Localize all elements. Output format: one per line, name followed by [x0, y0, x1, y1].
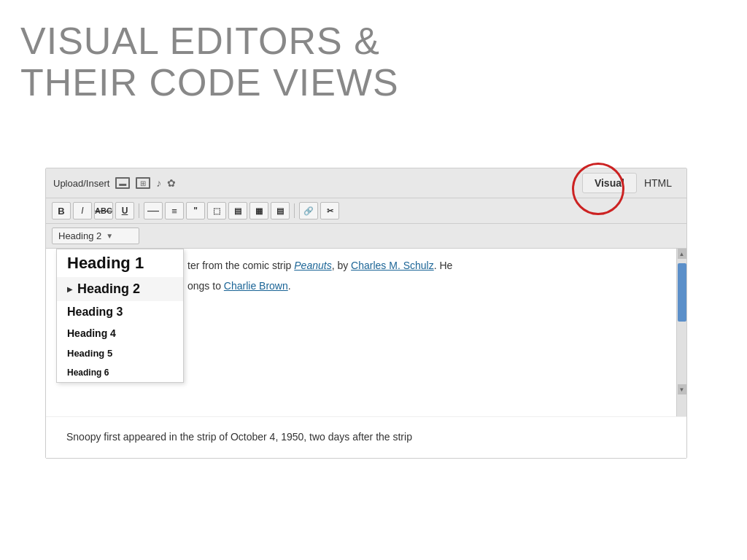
heading6-label: Heading 6 — [67, 368, 109, 378]
visual-tab[interactable]: Visual — [582, 173, 637, 193]
heading-select[interactable]: Heading 2 ▼ — [52, 228, 139, 244]
chevron-down-icon: ▼ — [106, 232, 113, 240]
dropdown-heading3[interactable]: Heading 3 — [57, 301, 183, 323]
align-left-button[interactable]: ⬚ — [207, 202, 226, 219]
toolbar-top: Upload/Insert ▬ ⊞ ♪ ✿ Visual HTML — [46, 168, 686, 198]
editor-content: Heading 1 ▶ Heading 2 Heading 3 Heading … — [46, 249, 686, 416]
insert-image-icon[interactable]: ▬ — [115, 177, 130, 189]
dropdown-heading4[interactable]: Heading 4 — [57, 323, 183, 343]
upload-insert-label: Upload/Insert — [53, 178, 109, 189]
align-justify-button[interactable]: ▤ — [271, 202, 290, 219]
heading4-label: Heading 4 — [67, 327, 116, 339]
separator-2 — [294, 203, 295, 218]
peanuts-link[interactable]: Peanuts — [294, 260, 331, 271]
scrollbar-thumb[interactable] — [678, 263, 686, 322]
insert-media-icon[interactable]: ⊞ — [136, 177, 150, 189]
scrollbar-down-arrow[interactable]: ▼ — [678, 384, 686, 394]
text-3: . He — [434, 260, 453, 271]
dropdown-heading5[interactable]: Heading 5 — [57, 343, 183, 363]
text-5: . — [288, 280, 291, 292]
blockquote-button[interactable]: " — [186, 202, 205, 219]
bottom-paragraph: Snoopy first appeared in the strip of Oc… — [56, 423, 676, 451]
visual-html-tabs: Visual HTML — [582, 173, 679, 193]
heading1-label: Heading 1 — [67, 254, 144, 273]
editor-container: Upload/Insert ▬ ⊞ ♪ ✿ Visual HTML B I AB… — [45, 168, 687, 459]
schulz-link[interactable]: Charles M. Schulz — [351, 260, 434, 271]
dropdown-heading6[interactable]: Heading 6 — [57, 363, 183, 382]
link-button[interactable]: 🔗 — [299, 202, 318, 219]
separator-1 — [139, 203, 139, 218]
page-title: VISUAL EDITORS & THEIR CODE VIEWS — [20, 20, 399, 104]
text-2: , by — [332, 260, 351, 271]
text-partial-4: ongs to — [187, 280, 224, 292]
html-tab[interactable]: HTML — [637, 174, 679, 192]
list-button[interactable]: ≡ — [165, 202, 184, 219]
text-partial-1: ter from the comic strip — [187, 260, 294, 271]
scrollbar[interactable]: ▲ ▼ — [676, 249, 686, 416]
heading3-label: Heading 3 — [67, 306, 123, 319]
visual-tab-wrapper: Visual — [582, 173, 637, 193]
toolbar-format: B I ABC U — ≡ " ⬚ ▤ ▦ ▤ 🔗 ✂ — [46, 198, 686, 224]
unlink-button[interactable]: ✂ — [320, 202, 339, 219]
strikethrough-button[interactable]: ABC — [94, 202, 113, 219]
insert-settings-icon[interactable]: ✿ — [167, 177, 176, 189]
bold-button[interactable]: B — [52, 202, 71, 219]
upload-insert-area: Upload/Insert ▬ ⊞ ♪ ✿ — [53, 177, 176, 189]
heading-select-value: Heading 2 — [58, 230, 101, 241]
underline-button[interactable]: U — [115, 202, 134, 219]
selected-arrow-icon: ▶ — [67, 285, 73, 293]
scrollbar-up-arrow[interactable]: ▲ — [678, 249, 686, 259]
insert-audio-icon[interactable]: ♪ — [156, 177, 161, 189]
hr-button[interactable]: — — [144, 202, 163, 219]
heading5-label: Heading 5 — [67, 348, 112, 359]
toolbar-heading: Heading 2 ▼ — [46, 224, 686, 249]
italic-button[interactable]: I — [73, 202, 92, 219]
align-center-button[interactable]: ▤ — [228, 202, 247, 219]
align-right-button[interactable]: ▦ — [249, 202, 268, 219]
editor-bottom: Snoopy first appeared in the strip of Oc… — [46, 416, 686, 458]
charlie-link[interactable]: Charlie Brown — [224, 280, 288, 292]
heading-dropdown: Heading 1 ▶ Heading 2 Heading 3 Heading … — [56, 249, 184, 383]
dropdown-heading2[interactable]: ▶ Heading 2 — [57, 277, 183, 301]
dropdown-heading1[interactable]: Heading 1 — [57, 249, 183, 277]
heading2-label: Heading 2 — [77, 281, 140, 297]
